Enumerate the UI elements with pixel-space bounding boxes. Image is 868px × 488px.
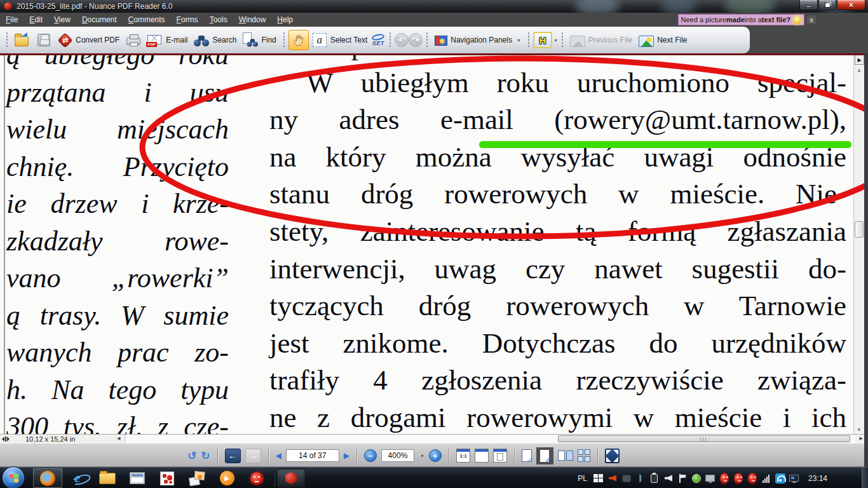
navigation-panels-button[interactable]: Navigation Panels ▼ [431,29,524,51]
tray-wireless-icon[interactable] [775,473,785,484]
next-page-button[interactable]: ▶ [344,452,349,459]
taskbar-photo-viewer-button[interactable] [182,468,212,488]
tray-network-signal-icon[interactable] [761,473,771,484]
taskbar-media-player-button[interactable]: ▶ [212,468,241,488]
taskbar-clock[interactable]: 23:14 [808,474,827,483]
toolbar-grip[interactable] [389,32,391,48]
close-button[interactable]: × [837,0,865,10]
zoom-level-input[interactable] [381,449,414,462]
pane-splitter-icon[interactable] [2,437,10,442]
app-icon[interactable] [4,2,12,10]
pdf-page-view[interactable]: ą ubiegłego roku przątana i usu wielu mi… [0,53,868,434]
tray-red-app-icon-1[interactable] [719,473,729,484]
taskbar-ie-button[interactable]: e [63,468,92,488]
zoom-out-button[interactable]: − [364,449,377,462]
set-tool-button[interactable]: SET [372,34,384,46]
open-button[interactable] [11,29,33,51]
menu-document[interactable]: Document [76,13,123,26]
vertical-scroll-thumb[interactable] [855,221,864,238]
undo-button[interactable]: ↶ [395,33,409,47]
taskbar-red-app-button[interactable] [242,468,271,488]
zoom-dropdown-caret[interactable]: ▼ [420,454,424,458]
photos-icon [189,471,205,485]
forward-view-button[interactable]: → [245,449,261,463]
previous-file-button[interactable]: Previous File [567,29,635,51]
rotate-right-button[interactable]: ↻ [201,451,210,461]
toolbar-grip[interactable] [283,32,285,48]
four-page-view-button[interactable] [578,449,590,462]
toolbar-grip[interactable] [527,32,530,48]
scroll-right-icon[interactable]: ▶ [860,436,863,441]
convert-pdf-button[interactable]: ⇄ Convert PDF [55,29,123,51]
tray-volume-muted-icon[interactable] [607,473,618,484]
menu-window[interactable]: Window [233,13,272,26]
taskbar-paint-app-button[interactable] [153,468,182,488]
email-button[interactable]: PDF E-mail [144,29,191,51]
ocr-tip-banner[interactable]: Need a picture made into a text file? [678,14,804,25]
tray-volume-icon[interactable] [663,473,674,484]
scroll-left-icon[interactable]: ◀ [117,436,120,441]
taskbar-firefox-button[interactable] [33,468,62,488]
single-page-view-button[interactable] [522,449,532,462]
tray-windows-icon[interactable] [593,473,604,484]
facing-pages-view-button[interactable] [558,451,573,461]
taskbar-explorer-button[interactable] [93,468,122,488]
tray-graphics-icon[interactable] [789,473,799,484]
scroll-down-icon[interactable]: ▼ [854,427,864,433]
select-text-button[interactable]: a Select Text [309,29,370,51]
save-button[interactable] [33,29,55,51]
show-desktop-button[interactable] [862,468,868,488]
menu-comments[interactable]: Comments [123,13,171,26]
menu-forms[interactable]: Forms [171,13,204,26]
fullscreen-button[interactable] [605,449,620,463]
title-bar[interactable]: 2015-03-25_lite.pdf - Nuance PDF Reader … [0,0,868,13]
fit-width-button[interactable] [475,449,489,463]
tray-red-app-icon-3[interactable] [747,473,757,484]
menu-view[interactable]: View [48,13,76,26]
find-button[interactable]: Find [240,29,279,51]
fit-page-button[interactable] [493,449,507,463]
tray-flag-icon[interactable] [677,473,688,484]
menu-edit[interactable]: Edit [24,13,48,26]
next-file-button[interactable]: Next File [635,29,690,51]
toolbar-grip[interactable] [426,32,428,48]
actual-size-button[interactable]: 1:1 [456,449,470,463]
panel-expand-button[interactable]: ▶ [855,55,864,65]
minimize-button[interactable] [799,0,818,10]
restore-button[interactable] [818,0,836,10]
highlight-button[interactable]: H [533,32,552,48]
tip-close-button[interactable]: x [807,15,816,24]
print-button[interactable] [123,29,144,51]
tray-bluetooth-icon[interactable]: ᛒ [635,473,646,484]
tray-clipboard-icon[interactable] [649,473,660,484]
menu-file[interactable]: File [0,13,24,26]
tray-update-icon[interactable] [691,473,702,484]
language-indicator[interactable]: PL [578,474,587,483]
menu-help[interactable]: Help [271,13,299,26]
continuous-view-button[interactable] [536,447,553,464]
page-number-input[interactable] [286,449,339,462]
toolbar-grip[interactable] [561,32,564,48]
hand-tool-button[interactable] [288,30,309,50]
scroll-up-icon[interactable]: ▲ [854,67,864,73]
zoom-in-button[interactable]: + [429,449,442,462]
menu-tools[interactable]: Tools [204,13,233,26]
tray-red-app-icon-2[interactable] [733,473,743,484]
document-line: wanych prac zo- [6,334,229,372]
redo-button[interactable]: ↷ [409,33,423,47]
tray-power-icon[interactable] [621,473,632,484]
chevron-down-icon[interactable]: ▼ [553,38,558,43]
start-button[interactable] [2,466,25,488]
toolbar-grip[interactable] [6,32,8,48]
horizontal-scrollbar[interactable] [125,435,855,443]
taskbar-nuance-pdf-button[interactable] [276,468,306,488]
previous-page-button[interactable]: ◀ [276,452,281,459]
search-button[interactable]: Search [191,29,240,51]
rotate-left-button[interactable]: ↺ [187,451,196,461]
back-view-button[interactable]: ← [225,449,241,463]
horizontal-scroll-thumb[interactable] [558,435,850,442]
taskbar-program-button[interactable] [123,468,152,488]
tray-display-icon[interactable] [705,473,715,484]
vertical-scrollbar[interactable]: ▶ ▲ ▼ [853,53,864,434]
document-line: jest znikome. Dotychczas do urzędników [269,325,846,362]
